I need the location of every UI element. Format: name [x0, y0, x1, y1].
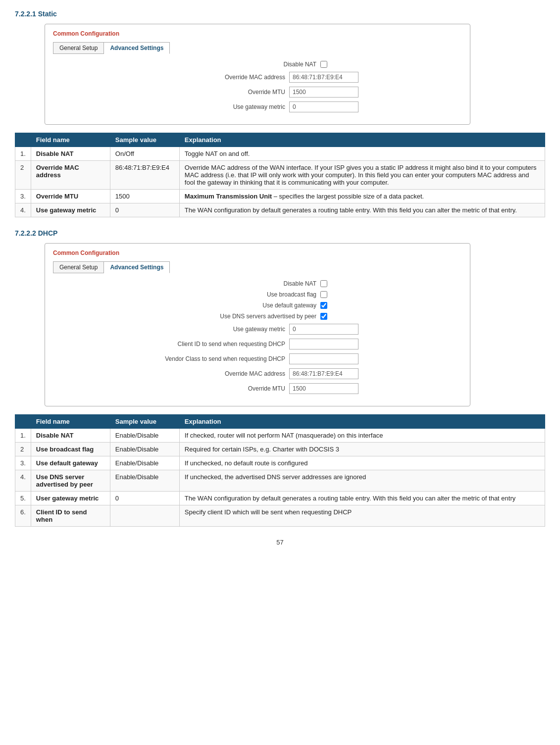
field-row-disable-nat-dhcp: Disable NAT — [53, 280, 462, 287]
section-dhcp-heading: 7.2.2.2 DHCP — [15, 229, 545, 237]
config-box-static-title: Common Configuration — [53, 30, 462, 37]
input-override-mtu-dhcp[interactable] — [289, 383, 358, 394]
field-name-cell: Disable NAT — [31, 429, 110, 443]
config-box-dhcp: Common Configuration General Setup Advan… — [45, 243, 470, 406]
input-gateway-metric-static[interactable] — [289, 101, 358, 112]
label-gateway-metric-dhcp: Use gateway metric — [156, 326, 285, 333]
col-explanation-static: Explanation — [179, 133, 545, 147]
explanation-cell: If checked, router will not perform NAT … — [179, 429, 545, 443]
tab-general-setup-dhcp[interactable]: General Setup — [53, 261, 104, 273]
sample-val-cell: Enable/Disable — [110, 456, 179, 470]
row-num: 6. — [15, 505, 31, 527]
table-row: 6. Client ID to send when Specify client… — [15, 505, 545, 527]
explanation-cell: Required for certain ISPs, e.g. Charter … — [179, 443, 545, 456]
section-static-heading: 7.2.2.1 Static — [15, 10, 545, 18]
row-num: 1. — [15, 147, 31, 161]
label-disable-nat-dhcp: Disable NAT — [188, 280, 316, 287]
field-name-cell: Override MAC address — [31, 161, 110, 190]
config-box-dhcp-title: Common Configuration — [53, 249, 462, 256]
input-vendor-class[interactable] — [289, 353, 358, 364]
field-name-cell: Use gateway metric — [31, 203, 110, 217]
page-number: 57 — [15, 539, 545, 546]
row-num: 2 — [15, 443, 31, 456]
checkbox-disable-nat-static[interactable] — [320, 61, 327, 68]
row-num: 3. — [15, 190, 31, 203]
label-gateway-metric-static: Use gateway metric — [156, 103, 285, 110]
input-override-mtu-static[interactable] — [289, 87, 358, 98]
explanation-cell: If unchecked, no default route is config… — [179, 456, 545, 470]
table-dhcp-header: Field name Sample value Explanation — [15, 415, 545, 429]
col-sample-dhcp: Sample value — [110, 415, 179, 429]
input-gateway-metric-dhcp[interactable] — [289, 324, 358, 335]
label-vendor-class: Vendor Class to send when requesting DHC… — [156, 355, 285, 362]
field-row-override-mac-static: Override MAC address — [53, 72, 462, 83]
field-row-override-mac-dhcp: Override MAC address — [53, 368, 462, 379]
field-name-cell: Use DNS serveradvertised by peer — [31, 470, 110, 492]
table-row: 4. Use DNS serveradvertised by peer Enab… — [15, 470, 545, 492]
sample-val-cell: Enable/Disable — [110, 470, 179, 492]
row-num: 4. — [15, 203, 31, 217]
table-row: 1. Disable NAT Enable/Disable If checked… — [15, 429, 545, 443]
col-num-dhcp — [15, 415, 31, 429]
sample-val-cell — [110, 505, 179, 527]
row-num: 4. — [15, 470, 31, 492]
checkbox-dns-servers[interactable] — [320, 313, 327, 320]
field-row-override-mtu-static: Override MTU — [53, 87, 462, 98]
field-name-cell: Override MTU — [31, 190, 110, 203]
col-field-dhcp: Field name — [31, 415, 110, 429]
row-num: 3. — [15, 456, 31, 470]
input-client-id[interactable] — [289, 339, 358, 349]
field-row-gateway-metric-dhcp: Use gateway metric — [53, 324, 462, 335]
tab-advanced-settings-static[interactable]: Advanced Settings — [104, 42, 170, 54]
col-num-static — [15, 133, 31, 147]
tab-general-setup-static[interactable]: General Setup — [53, 42, 104, 54]
sample-val-cell: 0 — [110, 492, 179, 505]
section-dhcp: 7.2.2.2 DHCP Common Configuration Genera… — [15, 229, 545, 527]
sample-val-cell: 1500 — [110, 190, 179, 203]
input-override-mac-static[interactable] — [289, 72, 358, 83]
table-static: Field name Sample value Explanation 1. D… — [15, 133, 545, 217]
table-dhcp: Field name Sample value Explanation 1. D… — [15, 414, 545, 527]
row-num: 5. — [15, 492, 31, 505]
table-row: 2 Override MAC address 86:48:71:B7:E9:E4… — [15, 161, 545, 190]
label-broadcast-flag: Use broadcast flag — [188, 291, 316, 298]
sample-val-cell: 86:48:71:B7:E9:E4 — [110, 161, 179, 190]
checkbox-disable-nat-dhcp[interactable] — [320, 280, 327, 287]
label-override-mac-dhcp: Override MAC address — [156, 370, 285, 377]
checkbox-default-gateway[interactable] — [320, 302, 327, 309]
col-sample-static: Sample value — [110, 133, 179, 147]
field-row-vendor-class: Vendor Class to send when requesting DHC… — [53, 353, 462, 364]
sample-val-cell: Enable/Disable — [110, 429, 179, 443]
field-name-cell: Disable NAT — [31, 147, 110, 161]
sample-val-cell: 0 — [110, 203, 179, 217]
config-box-static: Common Configuration General Setup Advan… — [45, 24, 470, 125]
field-row-gateway-metric-static: Use gateway metric — [53, 101, 462, 112]
field-name-cell: Use default gateway — [31, 456, 110, 470]
field-row-client-id: Client ID to send when requesting DHCP — [53, 339, 462, 349]
field-row-disable-nat-static: Disable NAT — [53, 61, 462, 68]
field-name-cell: Use broadcast flag — [31, 443, 110, 456]
input-override-mac-dhcp[interactable] — [289, 368, 358, 379]
field-row-dns-servers: Use DNS servers advertised by peer — [53, 313, 462, 320]
tab-advanced-settings-dhcp[interactable]: Advanced Settings — [104, 261, 170, 273]
row-num: 2 — [15, 161, 31, 190]
col-explanation-dhcp: Explanation — [179, 415, 545, 429]
explanation-cell: Specify client ID which will be sent whe… — [179, 505, 545, 527]
col-field-static: Field name — [31, 133, 110, 147]
label-client-id: Client ID to send when requesting DHCP — [156, 341, 285, 348]
tabs-dhcp: General Setup Advanced Settings — [53, 261, 462, 273]
label-override-mtu-static: Override MTU — [156, 89, 285, 96]
table-row: 2 Use broadcast flag Enable/Disable Requ… — [15, 443, 545, 456]
tabs-static: General Setup Advanced Settings — [53, 42, 462, 54]
table-row: 3. Override MTU 1500 Maximum Transmissio… — [15, 190, 545, 203]
label-override-mtu-dhcp: Override MTU — [156, 385, 285, 392]
table-row: 1. Disable NAT On/Off Toggle NAT on and … — [15, 147, 545, 161]
field-name-cell: Client ID to send when — [31, 505, 110, 527]
explanation-cell: The WAN configuration by default generat… — [179, 492, 545, 505]
table-static-header: Field name Sample value Explanation — [15, 133, 545, 147]
table-row: 4. Use gateway metric 0 The WAN configur… — [15, 203, 545, 217]
explanation-cell: The WAN configuration by default generat… — [179, 203, 545, 217]
checkbox-broadcast-flag[interactable] — [320, 291, 327, 298]
sample-val-cell: On/Off — [110, 147, 179, 161]
label-disable-nat-static: Disable NAT — [188, 61, 316, 68]
